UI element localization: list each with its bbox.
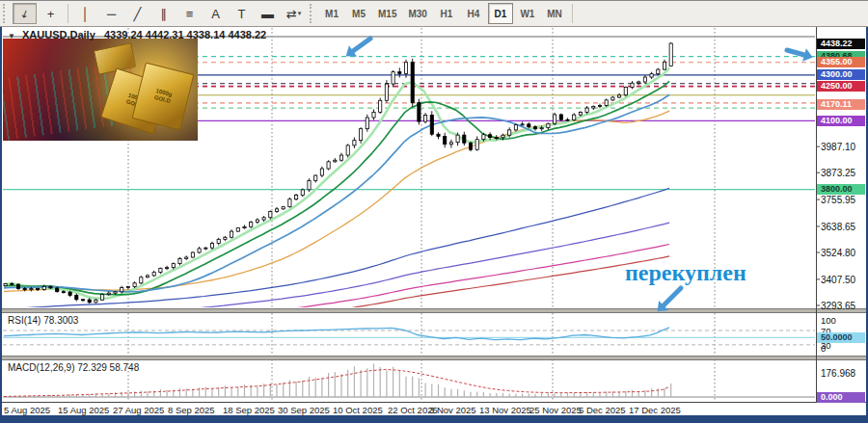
date-axis-label: 30 Sep 2025: [278, 405, 330, 415]
overbought-annotation-text[interactable]: перекуплен: [625, 260, 746, 286]
rsi-axis-label: 0: [821, 343, 826, 354]
gold-bars-image: 1000g GOLD 1000g GOLD: [3, 39, 198, 141]
price-axis-label: 3293.65: [821, 301, 855, 311]
date-axis-label: 18 Sep 2025: [223, 405, 275, 415]
vertical-line-icon: │: [81, 7, 89, 21]
gold-bar-right: 1000g GOLD: [132, 63, 195, 131]
horizontal-line-tool-button[interactable]: ─: [99, 3, 123, 24]
date-axis-label: 5 Aug 2025: [4, 405, 50, 415]
chart-ohlc-values: 4339.24 4442.31 4338.14 4438.22: [104, 29, 266, 40]
date-axis-label: 15 Aug 2025: [58, 405, 109, 415]
date-axis-label: 10 Oct 2025: [333, 405, 383, 415]
date-axis-label: 13 Nov 2025: [479, 405, 531, 415]
trendline-icon: ╱: [134, 7, 142, 21]
chart-title: ▼ XAUUSD,Daily 4339.24 4442.31 4338.14 4…: [8, 29, 266, 40]
rsi-badge-50: 50.0000: [817, 332, 865, 343]
timeframe-button-m5[interactable]: M5: [346, 3, 371, 24]
date-axis-label: 25 Nov 2025: [529, 405, 582, 415]
price-axis-label: 3407.50: [821, 275, 855, 285]
price-axis-label: 3873.25: [821, 168, 855, 178]
trading-terminal-window: ↖+│─╱∥≡AT▬⇄▾M1M5M15M30H1H4D1W1MN 1000g G…: [0, 0, 868, 423]
toolbar-gripper[interactable]: [310, 4, 315, 23]
price-badge-4250.00: 4250.00: [817, 81, 865, 92]
splitter-rsi-macd[interactable]: [2, 356, 866, 360]
equidistant-channel-tool-button[interactable]: ∥: [151, 3, 176, 24]
price-axis-label: 3987.10: [821, 142, 855, 152]
price-badge-4355.00: 4355.00: [817, 57, 865, 67]
price-axis-label: 3638.65: [821, 222, 855, 232]
horizontal-line-icon: ─: [107, 7, 116, 21]
chart-symbol-period: XAUUSD,Daily: [22, 29, 95, 40]
toolbar-gripper[interactable]: [3, 4, 9, 23]
crosshair-icon: +: [47, 7, 55, 21]
arrows-tool-button[interactable]: ⇄▾: [282, 3, 306, 24]
date-axis-label: 27 Aug 2025: [113, 405, 164, 415]
collapse-icon[interactable]: ▼: [8, 32, 15, 40]
timeframe-button-w1[interactable]: W1: [515, 3, 540, 24]
text-label-tool-button[interactable]: T: [230, 3, 254, 24]
rsi-indicator-label: RSI(14) 78.3003: [8, 315, 78, 326]
date-axis-label: 8 Sep 2025: [168, 405, 215, 415]
arrows-icon: ⇄: [286, 7, 297, 21]
price-badge-4438.22: 4438.22: [817, 39, 865, 49]
timeframe-button-h1[interactable]: H1: [434, 3, 459, 24]
date-axis-border: [2, 402, 866, 403]
vertical-line-tool-button[interactable]: │: [73, 3, 97, 24]
fibonacci-tool-button[interactable]: ≡: [177, 3, 202, 24]
price-badge-4170.11: 4170.11: [817, 99, 865, 110]
rsi-axis-label: 100: [821, 315, 836, 326]
toolbar-separator: [572, 4, 573, 23]
timeframe-button-m15[interactable]: M15: [373, 3, 401, 24]
rectangle-icon: ▬: [261, 7, 274, 21]
splitter-main-rsi[interactable]: [2, 308, 866, 313]
date-axis-label: 3 Nov 2025: [429, 405, 476, 415]
date-axis-label: 17 Dec 2025: [629, 405, 681, 415]
price-axis-label: 3755.95: [821, 195, 855, 205]
fibonacci-icon: ≡: [186, 7, 194, 21]
cursor-icon: ↖: [17, 7, 33, 20]
toolbar-separator: [68, 4, 68, 23]
price-badge-3800.00: 3800.00: [817, 184, 865, 195]
text-icon: A: [211, 7, 220, 21]
timeframe-button-m1[interactable]: M1: [319, 3, 344, 24]
price-badge-4100.00: 4100.00: [817, 116, 865, 126]
cursor-tool-button[interactable]: ↖: [13, 3, 37, 24]
date-axis-label: 5 Dec 2025: [579, 405, 626, 415]
macd-zero-badge: 0.000: [817, 392, 865, 403]
macd-max-label: 176.968: [821, 368, 855, 379]
text-tool-button[interactable]: A: [203, 3, 228, 24]
rectangle-tool-button[interactable]: ▬: [256, 3, 280, 24]
price-axis-label: 3524.80: [821, 248, 855, 258]
macd-indicator-label: MACD(12,26,9) 72.329 58.748: [8, 362, 139, 373]
price-badge-4300.00: 4300.00: [817, 69, 865, 80]
timeframe-button-mn[interactable]: MN: [542, 3, 567, 24]
trendline-tool-button[interactable]: ╱: [125, 3, 149, 24]
chevron-down-icon[interactable]: ▾: [298, 10, 302, 17]
text-label-icon: T: [238, 7, 246, 21]
timeframe-button-m30[interactable]: M30: [403, 3, 431, 24]
toolbar: ↖+│─╱∥≡AT▬⇄▾M1M5M15M30H1H4D1W1MN: [0, 0, 868, 27]
timeframe-button-d1[interactable]: D1: [488, 3, 513, 24]
timeframe-button-h4[interactable]: H4: [461, 3, 486, 24]
crosshair-tool-button[interactable]: +: [39, 3, 63, 24]
equidistant-channel-icon: ∥: [160, 7, 167, 21]
